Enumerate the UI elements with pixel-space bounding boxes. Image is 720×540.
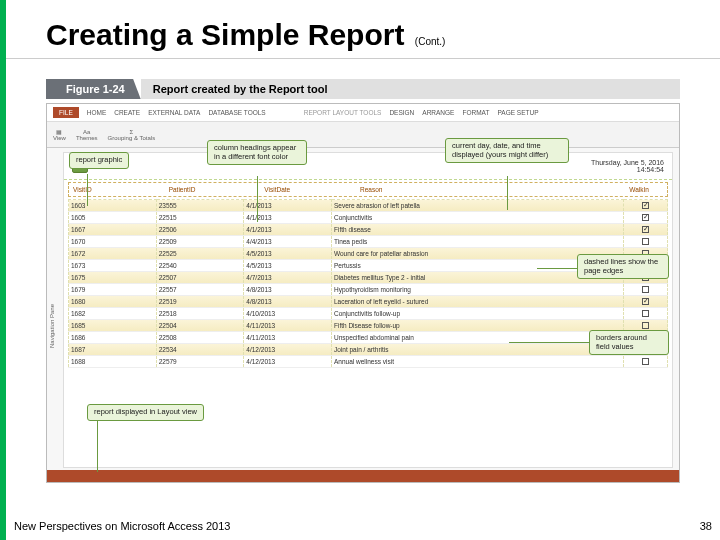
table-row: 1679225574/8/2013Hypothyroidism monitori… (69, 284, 668, 296)
table-row: 1682225184/10/2013Conjunctivitis follow-… (69, 308, 668, 320)
col-reason: Reason (360, 186, 615, 193)
tab-format[interactable]: FORMAT (462, 109, 489, 116)
tab-design[interactable]: DESIGN (389, 109, 414, 116)
ribbon-body: ▦View AaThemes ΣGrouping & Totals (47, 122, 679, 148)
table-row: 1685225044/11/2013Fifth Disease follow-u… (69, 320, 668, 332)
tab-create[interactable]: CREATE (114, 109, 140, 116)
slide-continuation: (Cont.) (415, 36, 446, 47)
callout-layout-view: report displayed in Layout view (87, 404, 204, 421)
callout-line (537, 268, 577, 269)
slide-title: Creating a Simple Report (46, 18, 404, 51)
footer-text: New Perspectives on Microsoft Access 201… (14, 520, 230, 532)
column-headers: VisitID PatientID VisitDate Reason WalkI… (68, 182, 668, 197)
tab-page-setup[interactable]: PAGE SETUP (497, 109, 538, 116)
figure-number: Figure 1-24 (46, 79, 141, 99)
status-bar (47, 470, 679, 482)
table-row: 1670225094/4/2013Tinea pedis (69, 236, 668, 248)
tab-database-tools[interactable]: DATABASE TOOLS (208, 109, 265, 116)
tab-arrange[interactable]: ARRANGE (422, 109, 454, 116)
ribbon-tabs: FILE HOME CREATE EXTERNAL DATA DATABASE … (47, 104, 679, 122)
figure-caption: Report created by the Report tool (141, 79, 680, 99)
table-row: 1688225794/12/2013Annual wellness visit (69, 356, 668, 368)
callout-column-headings: column headings appear in a different fo… (207, 140, 307, 165)
callout-line (97, 418, 98, 472)
col-patientid: PatientID (169, 186, 265, 193)
callout-line (509, 342, 589, 343)
table-row: 1680225194/8/2013Laceration of left eyel… (69, 296, 668, 308)
page-number: 38 (700, 520, 712, 532)
report-time: 14:54:54 (591, 166, 664, 173)
callout-dashed-lines: dashed lines show the page edges (577, 254, 669, 279)
table-row: 1603235554/1/2013Severe abrasion of left… (69, 200, 668, 212)
ribbon-group-themes[interactable]: AaThemes (76, 129, 98, 141)
navigation-pane-label[interactable]: Navigation Pane (49, 304, 55, 348)
col-visitdate: VisitDate (264, 186, 360, 193)
table-row: 1687225344/12/2013Joint pain / arthritis (69, 344, 668, 356)
callout-report-graphic: report graphic (69, 152, 129, 169)
access-screenshot: FILE HOME CREATE EXTERNAL DATA DATABASE … (46, 103, 680, 483)
table-row: 1667225064/1/2013Fifth disease (69, 224, 668, 236)
figure-header: Figure 1-24 Report created by the Report… (46, 79, 680, 99)
callout-line (507, 176, 508, 210)
callout-borders: borders around field values (589, 330, 669, 355)
tab-home[interactable]: HOME (87, 109, 107, 116)
callout-line (87, 174, 88, 206)
ribbon-group-view[interactable]: ▦View (53, 128, 66, 141)
callout-current-day: current day, date, and time displayed (y… (445, 138, 569, 163)
col-walkin: WalkIn (615, 186, 663, 193)
tab-external-data[interactable]: EXTERNAL DATA (148, 109, 200, 116)
ribbon-group-grouping[interactable]: ΣGrouping & Totals (108, 129, 156, 141)
contextual-group: REPORT LAYOUT TOOLS (304, 109, 382, 116)
file-tab[interactable]: FILE (53, 107, 79, 118)
table-row: 1605225154/1/2013Conjunctivitis (69, 212, 668, 224)
callout-line (257, 176, 258, 222)
report-date: Thursday, June 5, 2016 (591, 159, 664, 166)
